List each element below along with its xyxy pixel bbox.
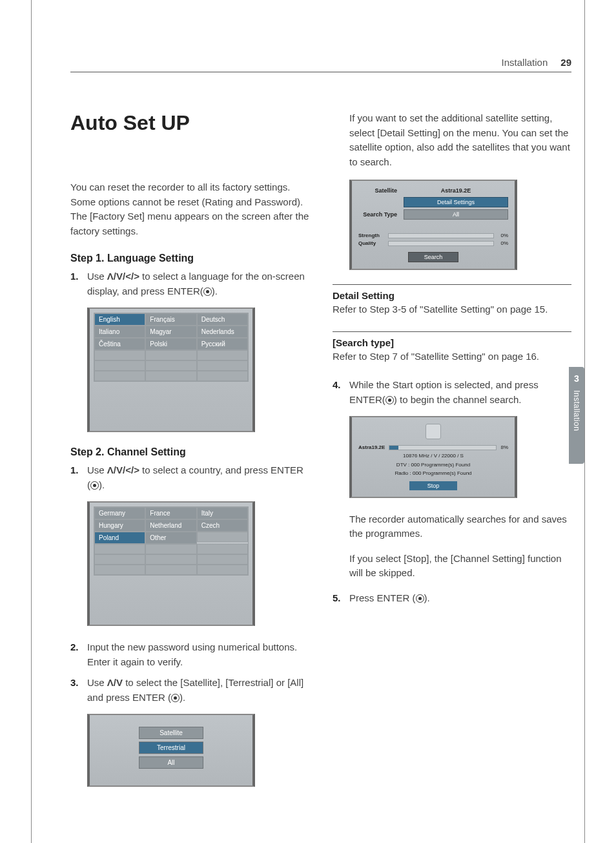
step1-item1: 1. Use Λ/V/</> to select a language for …	[70, 269, 309, 298]
signal-option: Terrestrial	[139, 742, 203, 754]
search-type-body: Refer to Step 7 of "Satellite Setting" o…	[333, 349, 571, 364]
enter-icon	[171, 694, 180, 702]
country-screenshot: GermanyFranceItalyHungaryNetherlandCzech…	[87, 501, 255, 626]
chapter-label: Installation	[572, 390, 581, 431]
detail-setting-body: Refer to Step 3-5 of "Satellite Setting"…	[333, 302, 571, 317]
country-option: Czech	[197, 519, 248, 532]
language-option: Italiano	[94, 326, 145, 338]
signal-option: All	[139, 756, 203, 769]
country-option: Italy	[197, 507, 248, 519]
language-screenshot: EnglishFrançaisDeutschItalianoMagyarNede…	[87, 307, 255, 432]
language-option: Polski	[145, 338, 196, 350]
country-option: Germany	[94, 507, 145, 519]
step2-heading: Step 2. Channel Setting	[70, 446, 309, 458]
language-option: Magyar	[145, 326, 196, 338]
step2-item3: 3. Use Λ/V to select the [Satellite], [T…	[70, 676, 309, 705]
signal-option: Satellite	[139, 727, 203, 739]
scan-progress-screenshot: Astra19.2E 8% 10876 MHz / V / 22000 / S …	[349, 416, 517, 498]
page-number: 29	[560, 57, 571, 68]
country-option: France	[145, 507, 196, 519]
language-option: Deutsch	[197, 313, 248, 326]
language-option: Русский	[197, 338, 248, 350]
stop-button: Stop	[409, 481, 458, 490]
country-option: Other	[145, 532, 196, 544]
country-option: Netherland	[145, 519, 196, 532]
additional-sat-paragraph: If you want to set the additional satell…	[349, 111, 571, 169]
divider	[333, 331, 571, 332]
chapter-number: 3	[574, 373, 579, 384]
language-option: Français	[145, 313, 196, 326]
lock-icon	[426, 424, 441, 439]
header-section: Installation	[502, 57, 548, 68]
search-type-heading: [Search type]	[333, 337, 571, 348]
page-title: Auto Set UP	[70, 111, 309, 135]
updown-arrows-icon: Λ/V	[107, 677, 123, 688]
chapter-tab: 3 Installation	[569, 367, 584, 464]
country-option: Hungary	[94, 519, 145, 532]
leftright-arrows-icon: /</>	[123, 464, 139, 475]
updown-arrows-icon: Λ/V	[107, 271, 123, 282]
stop-note: If you select [Stop], the [Channel Setti…	[349, 552, 571, 581]
divider	[333, 284, 571, 285]
enter-icon	[385, 396, 394, 404]
updown-arrows-icon: Λ/V	[107, 464, 123, 475]
step2-item5: 5. Press ENTER ().	[333, 591, 571, 606]
progress-bar	[389, 445, 497, 450]
detail-settings-button: Detail Settings	[404, 197, 508, 207]
leftright-arrows-icon: /</>	[123, 271, 139, 282]
country-option	[197, 532, 248, 542]
enter-icon	[90, 481, 99, 490]
enter-icon	[416, 594, 424, 603]
intro-paragraph: You can reset the recorder to all its fa…	[70, 180, 309, 238]
detail-setting-heading: Detail Setting	[333, 290, 571, 301]
page-header: Installation 29	[70, 57, 571, 72]
step2-item1: 1. Use Λ/V/</> to select a country, and …	[70, 463, 309, 492]
step2-item4: 4. While the Start option is selected, a…	[333, 378, 571, 407]
language-option: Čeština	[94, 338, 145, 350]
satellite-settings-screenshot: Satellite Astra19.2E Detail Settings Sea…	[349, 180, 517, 270]
language-option: English	[94, 313, 145, 326]
language-option: Nederlands	[197, 326, 248, 338]
search-button: Search	[408, 252, 459, 262]
enter-icon	[203, 287, 212, 296]
step2-item2: 2. Input the new password using numerica…	[70, 640, 309, 669]
country-option: Poland	[94, 532, 145, 544]
step1-heading: Step 1. Language Setting	[70, 253, 309, 264]
signal-type-screenshot: SatelliteTerrestrialAll	[87, 714, 255, 787]
auto-search-note: The recorder automatically searches for …	[349, 512, 571, 541]
